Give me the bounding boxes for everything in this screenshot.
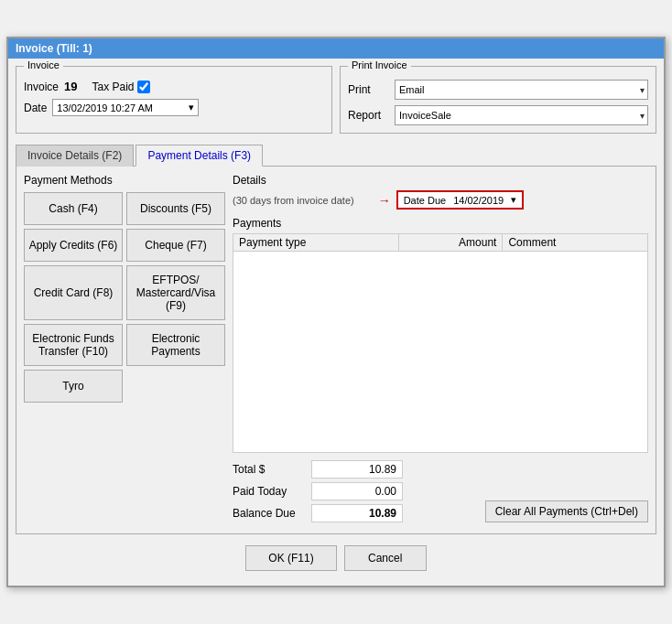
invoice-group: Invoice Invoice 19 Tax Paid Date 13/02/2… bbox=[16, 66, 332, 134]
totals-rows: Total $ 10.89 Paid Today 0.00 Balance Du… bbox=[233, 460, 480, 522]
tab-bar: Invoice Details (F2) Payment Details (F3… bbox=[16, 145, 656, 167]
eft-button[interactable]: Electronic Funds Transfer (F10) bbox=[24, 324, 123, 366]
balance-due-value: 10.89 bbox=[311, 504, 403, 522]
paid-today-label: Paid Today bbox=[233, 485, 306, 498]
report-select-wrapper: InvoiceSale ▾ bbox=[395, 105, 648, 125]
cash-button[interactable]: Cash (F4) bbox=[24, 192, 123, 225]
tab-invoice-details[interactable]: Invoice Details (F2) bbox=[16, 145, 134, 167]
tax-paid-label: Tax Paid bbox=[92, 81, 135, 93]
print-invoice-group-title: Print Invoice bbox=[348, 59, 411, 70]
clear-all-payments-button[interactable]: Clear All Payments (Ctrl+Del) bbox=[485, 500, 648, 522]
tab-payment-details[interactable]: Payment Details (F3) bbox=[135, 145, 263, 167]
date-due-value: 14/02/2019 bbox=[453, 195, 504, 206]
col-payment-type: Payment type bbox=[233, 234, 399, 252]
bottom-buttons: OK (F11) Cancel bbox=[16, 538, 656, 578]
details-section: Details (30 days from invoice date) → Da… bbox=[233, 174, 648, 526]
total-label: Total $ bbox=[233, 463, 306, 476]
invoice-group-title: Invoice bbox=[24, 59, 63, 70]
details-title: Details bbox=[233, 174, 648, 187]
paid-today-row: Paid Today 0.00 bbox=[233, 482, 403, 500]
ok-button[interactable]: OK (F11) bbox=[245, 545, 336, 571]
invoice-number: 19 bbox=[64, 80, 77, 93]
balance-due-label: Balance Due bbox=[233, 507, 306, 520]
print-label: Print bbox=[348, 83, 389, 96]
print-select[interactable]: Email bbox=[395, 80, 648, 100]
totals-values: Total $ 10.89 Paid Today 0.00 Balance Du… bbox=[233, 460, 403, 522]
cancel-button[interactable]: Cancel bbox=[344, 545, 427, 571]
discounts-button[interactable]: Discounts (F5) bbox=[126, 192, 225, 225]
arrow-right-icon: → bbox=[378, 193, 391, 208]
paid-today-value: 0.00 bbox=[311, 482, 403, 500]
date-due-label: Date Due bbox=[404, 195, 446, 206]
date-due-dropdown-arrow[interactable]: ▾ bbox=[511, 194, 516, 206]
col-amount: Amount bbox=[399, 234, 503, 252]
eftpos-button[interactable]: EFTPOS/ Mastercard/Visa (F9) bbox=[126, 265, 225, 320]
details-subtitle: (30 days from invoice date) bbox=[233, 195, 354, 206]
date-label: Date bbox=[24, 102, 47, 114]
total-value: 10.89 bbox=[311, 460, 403, 479]
main-window: Invoice (Till: 1) Invoice Invoice 19 Tax… bbox=[6, 37, 666, 587]
tab-content: Payment Methods Cash (F4) Discounts (F5)… bbox=[16, 166, 656, 534]
payment-methods-panel: Payment Methods Cash (F4) Discounts (F5)… bbox=[24, 174, 225, 526]
date-dropdown[interactable]: 13/02/2019 10:27 AM ▾ bbox=[52, 99, 199, 116]
electronic-payments-button[interactable]: Electronic Payments bbox=[126, 324, 225, 366]
credit-card-button[interactable]: Credit Card (F8) bbox=[24, 265, 123, 320]
tax-paid-wrapper: Tax Paid bbox=[92, 81, 150, 93]
payments-table-body bbox=[233, 252, 648, 453]
date-due-box: Date Due 14/02/2019 ▾ bbox=[396, 190, 525, 210]
print-invoice-group: Print Invoice Print Email ▾ Report Invoi… bbox=[340, 66, 656, 134]
tyro-button[interactable]: Tyro bbox=[24, 370, 123, 403]
print-select-wrapper: Email ▾ bbox=[395, 80, 648, 100]
payments-label: Payments bbox=[233, 217, 648, 230]
window-title: Invoice (Till: 1) bbox=[16, 42, 92, 55]
report-label: Report bbox=[348, 109, 389, 122]
date-dropdown-arrow: ▾ bbox=[189, 102, 194, 113]
payments-table: Payment type Amount Comment bbox=[233, 233, 648, 252]
total-row: Total $ 10.89 bbox=[233, 460, 403, 479]
report-select[interactable]: InvoiceSale bbox=[395, 105, 648, 125]
col-comment: Comment bbox=[503, 234, 648, 252]
balance-due-row: Balance Due 10.89 bbox=[233, 504, 403, 522]
totals-section: Total $ 10.89 Paid Today 0.00 Balance Du… bbox=[233, 460, 648, 522]
invoice-label: Invoice bbox=[24, 81, 59, 93]
tax-paid-checkbox[interactable] bbox=[137, 81, 150, 93]
cheque-button[interactable]: Cheque (F7) bbox=[126, 229, 225, 262]
apply-credits-button[interactable]: Apply Credits (F6) bbox=[24, 229, 123, 262]
payment-methods-title: Payment Methods bbox=[24, 174, 225, 187]
payment-buttons-grid: Cash (F4) Discounts (F5) Apply Credits (… bbox=[24, 192, 225, 366]
title-bar: Invoice (Till: 1) bbox=[8, 38, 664, 59]
date-value: 13/02/2019 10:27 AM bbox=[57, 102, 153, 113]
